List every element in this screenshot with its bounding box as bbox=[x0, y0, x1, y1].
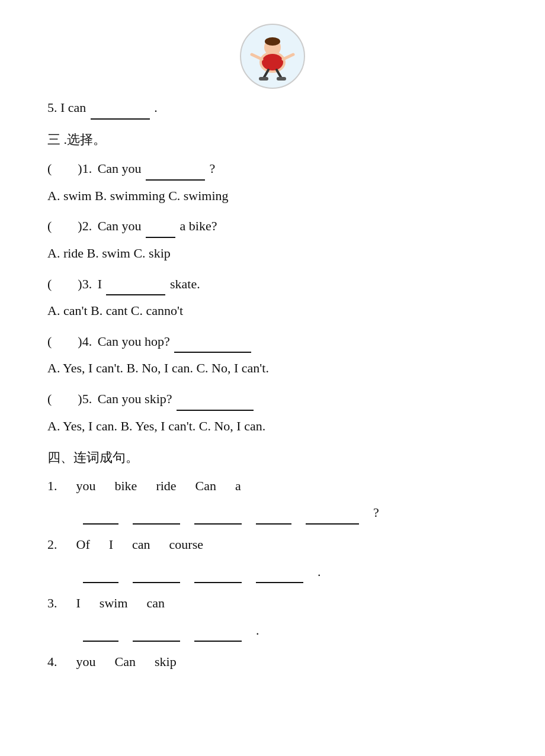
q2-blank[interactable] bbox=[146, 213, 175, 238]
s4q3-w1: I bbox=[76, 591, 81, 615]
s4q4-w3: skip bbox=[155, 650, 177, 674]
s4q3-words: 3. I swim can bbox=[47, 591, 498, 615]
q2-bracket: ( )2. bbox=[47, 214, 92, 238]
s4q1-b4[interactable] bbox=[256, 511, 291, 525]
s4q3-w3: can bbox=[147, 591, 165, 615]
q4-line: ( )4. Can you hop? bbox=[47, 329, 498, 353]
s4q1-b1[interactable] bbox=[83, 511, 118, 525]
s4q2-words: 2. Of I can course bbox=[47, 533, 498, 556]
q4-options-text: A. Yes, I can't. B. No, I can. C. No, I … bbox=[47, 361, 269, 375]
q5-options-text: A. Yes, I can. B. Yes, I can't. C. No, I… bbox=[47, 419, 265, 433]
s4q1-b3[interactable] bbox=[194, 511, 242, 525]
q3-options: A. can't B. cant C. canno't bbox=[47, 299, 498, 323]
q1-options: A. swim B. swimming C. swiming bbox=[47, 184, 498, 208]
s4q2-b4[interactable] bbox=[256, 570, 303, 583]
s4q2-b2[interactable] bbox=[133, 570, 180, 583]
q5-bracket: ( )5. bbox=[47, 387, 92, 411]
q1-blank[interactable] bbox=[146, 156, 205, 181]
s4q1-end: ? bbox=[373, 501, 379, 525]
s4q4-w1: you bbox=[76, 650, 96, 674]
q3-line: ( )3. I skate. bbox=[47, 271, 498, 296]
q3-options-text: A. can't B. cant C. canno't bbox=[47, 303, 183, 318]
q3-blank[interactable] bbox=[106, 271, 165, 296]
q2-line: ( )2. Can you a bike? bbox=[47, 213, 498, 238]
q1-text: Can you bbox=[98, 161, 145, 176]
question-5-line: 5. I can . bbox=[47, 95, 498, 120]
skater-svg bbox=[246, 30, 299, 83]
q1-options-text: A. swim B. swimming C. swiming bbox=[47, 188, 229, 203]
s4q2-end: . bbox=[318, 560, 321, 584]
q5-choice-text: Can you skip? bbox=[98, 391, 175, 406]
q4-bracket: ( )4. bbox=[47, 330, 92, 353]
section4-title: 四、连词成句。 bbox=[47, 446, 498, 469]
q5-options: A. Yes, I can. B. Yes, I can't. C. No, I… bbox=[47, 414, 498, 438]
s4q2-b1[interactable] bbox=[83, 570, 118, 583]
q1-line: ( )1. Can you ? bbox=[47, 156, 498, 181]
q2-options: A. ride B. swim C. skip bbox=[47, 242, 498, 265]
skater-image bbox=[240, 24, 305, 89]
q2-middle: a bike? bbox=[180, 218, 217, 233]
q3-bracket: ( )3. bbox=[47, 272, 92, 296]
s4q3-b1[interactable] bbox=[83, 629, 118, 642]
section3-title: 三 .选择。 bbox=[47, 128, 498, 152]
q2-text: Can you bbox=[98, 218, 145, 233]
q5-choice-blank[interactable] bbox=[177, 386, 254, 411]
q5-punctuation: . bbox=[154, 100, 158, 115]
svg-point-3 bbox=[262, 54, 283, 70]
s4q1-w3: ride bbox=[156, 474, 176, 498]
s4q1-num: 1. bbox=[47, 474, 57, 498]
q3-end: skate. bbox=[170, 276, 200, 291]
q5-text: 5. I can bbox=[47, 100, 86, 115]
s4q2-w4: course bbox=[169, 533, 203, 556]
s4q2-w2: I bbox=[109, 533, 113, 556]
s4q3-end: . bbox=[256, 619, 259, 642]
s4q1-w1: you bbox=[76, 474, 96, 498]
s4q1-b2[interactable] bbox=[133, 511, 180, 525]
svg-line-4 bbox=[252, 54, 262, 59]
s4q2-w3: can bbox=[132, 533, 150, 556]
svg-point-2 bbox=[265, 37, 280, 46]
s4q2-b3[interactable] bbox=[194, 570, 242, 583]
s4q3-w2: swim bbox=[100, 591, 128, 615]
s4q1-b5[interactable] bbox=[306, 511, 359, 525]
s4q2-num: 2. bbox=[47, 533, 57, 556]
q2-options-text: A. ride B. swim C. skip bbox=[47, 246, 171, 260]
svg-line-5 bbox=[283, 54, 293, 59]
s4q3-blanks: . bbox=[83, 619, 498, 642]
s4q3-num: 3. bbox=[47, 591, 57, 615]
illustration-area bbox=[47, 24, 498, 89]
q1-end: ? bbox=[210, 161, 216, 176]
s4q1-w2: bike bbox=[115, 474, 137, 498]
s4q3-b3[interactable] bbox=[194, 629, 242, 642]
q5-blank[interactable] bbox=[91, 95, 150, 120]
s4q1-blanks: ? bbox=[83, 501, 498, 525]
s4q4-w2: Can bbox=[115, 650, 136, 674]
s4q4-words: 4. you Can skip bbox=[47, 650, 498, 674]
q4-options: A. Yes, I can't. B. No, I can. C. No, I … bbox=[47, 356, 498, 380]
q5-choice-line: ( )5. Can you skip? bbox=[47, 386, 498, 411]
s4q2-blanks: . bbox=[83, 560, 498, 584]
s4q1-w4: Can bbox=[195, 474, 216, 498]
s4q1-words: 1. you bike ride Can a bbox=[47, 474, 498, 498]
s4q1-w5: a bbox=[235, 474, 241, 498]
s4q3-b2[interactable] bbox=[133, 629, 180, 642]
q4-text: Can you hop? bbox=[98, 334, 174, 349]
svg-rect-9 bbox=[277, 77, 286, 81]
q1-bracket: ( )1. bbox=[47, 157, 92, 181]
svg-rect-8 bbox=[259, 77, 268, 81]
q4-blank[interactable] bbox=[174, 329, 251, 353]
s4q4-num: 4. bbox=[47, 650, 57, 674]
s4q2-w1: Of bbox=[76, 533, 90, 556]
q3-text: I bbox=[98, 276, 105, 291]
